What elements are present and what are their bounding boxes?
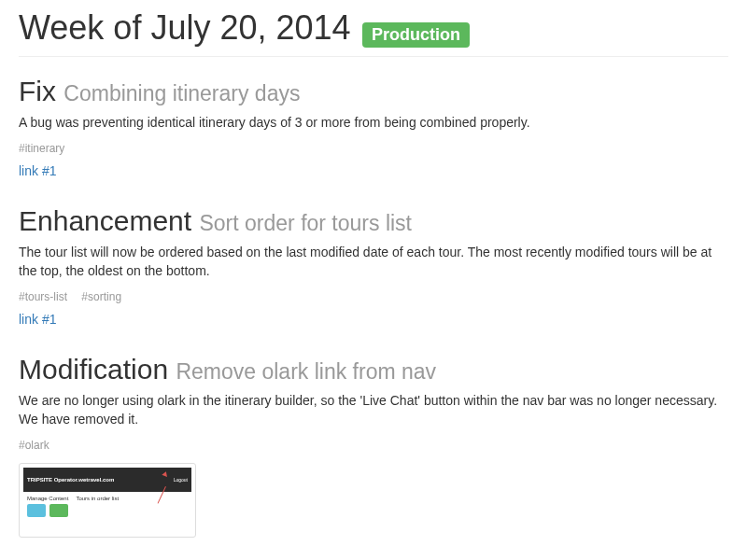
entry-tags: #itinerary xyxy=(19,142,728,155)
entry-link[interactable]: link #1 xyxy=(19,163,56,178)
entry-link-row: link #1 xyxy=(19,162,728,179)
entry-heading: Fix Combining itinerary days xyxy=(19,76,728,106)
entry-category: Modification xyxy=(19,354,168,385)
entry-tags: #tours-list #sorting xyxy=(19,290,728,303)
screenshot-thumbnail[interactable]: TRIPSITE Operator.wetravel.com Logout Ma… xyxy=(19,463,196,538)
entry-subtitle: Sort order for tours list xyxy=(199,211,412,235)
env-badge: Production xyxy=(362,22,470,48)
entry-subtitle: Combining itinerary days xyxy=(63,81,300,105)
changelog-entry: Fix Combining itinerary days A bug was p… xyxy=(19,76,728,179)
changelog-entry: Modification Remove olark link from nav … xyxy=(19,354,728,538)
entry-category: Fix xyxy=(19,76,56,106)
entry-body: We are no longer using olark in the itin… xyxy=(19,392,728,429)
page-header: Week of July 20, 2014 Production xyxy=(19,9,728,57)
changelog-entry: Enhancement Sort order for tours list Th… xyxy=(19,205,728,328)
thumbnail-nav-right: Logout xyxy=(174,477,188,483)
entry-heading: Modification Remove olark link from nav xyxy=(19,354,728,385)
entry-heading: Enhancement Sort order for tours list xyxy=(19,205,728,236)
thumbnail-lower: Manage Content Tours in order list xyxy=(27,496,119,517)
thumbnail-chip xyxy=(27,504,46,517)
thumbnail-chip xyxy=(49,504,68,517)
thumbnail-label: Manage Content xyxy=(27,496,68,501)
entry-tags: #olark xyxy=(19,439,728,452)
tag: #olark xyxy=(19,439,49,452)
entry-link[interactable]: link #1 xyxy=(19,312,56,327)
entry-body: A bug was preventing identical itinerary… xyxy=(19,114,728,133)
tag: #itinerary xyxy=(19,142,64,155)
thumbnail-inner: TRIPSITE Operator.wetravel.com Logout Ma… xyxy=(23,468,191,533)
page-title: Week of July 20, 2014 xyxy=(19,9,351,47)
entry-subtitle: Remove olark link from nav xyxy=(176,359,436,384)
entry-link-row: link #1 xyxy=(19,311,728,328)
thumbnail-nav-left: TRIPSITE Operator.wetravel.com xyxy=(27,477,114,483)
thumbnail-label: Tours in order list xyxy=(76,496,119,501)
tag: #tours-list xyxy=(19,290,67,303)
tag: #sorting xyxy=(81,290,121,303)
entry-body: The tour list will now be ordered based … xyxy=(19,244,728,281)
entry-category: Enhancement xyxy=(19,205,191,236)
